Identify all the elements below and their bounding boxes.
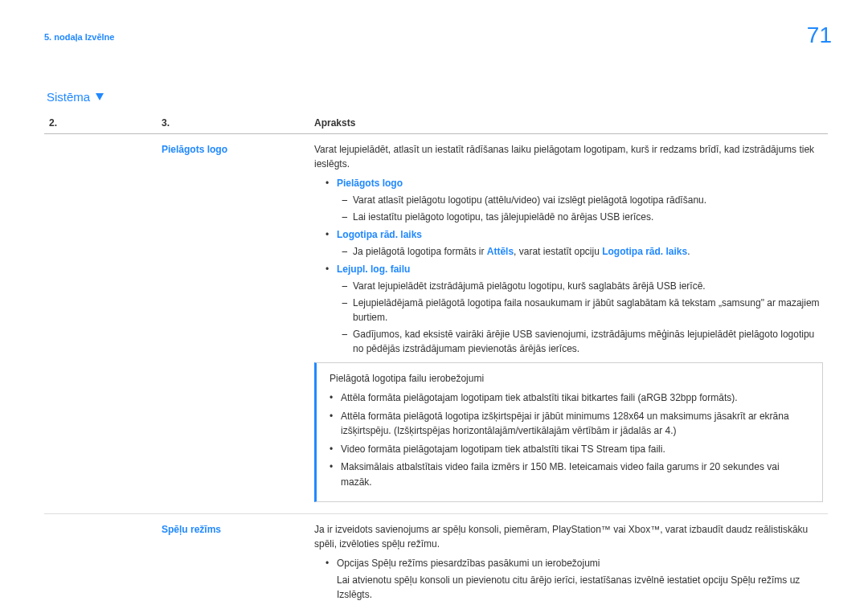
list-item: Maksimālais atbalstītais video faila izm… — [330, 460, 811, 489]
info-box-title: Pielāgotā logotipa failu ierobežojumi — [330, 371, 811, 386]
list-item: Varat atlasīt pielāgotu logotipu (attēlu… — [342, 193, 823, 207]
info-box: Pielāgotā logotipa failu ierobežojumi At… — [314, 362, 823, 502]
list-item: Opcijas Spēļu režīms piesardzības pasāku… — [322, 556, 823, 602]
section-title-text: Sistēma — [47, 90, 90, 104]
feature-name[interactable]: Spēļu režīms — [162, 524, 221, 535]
list-item: Lejupielādējamā pielāgotā logotipa faila… — [342, 296, 823, 325]
note-text: Lai atvienotu spēļu konsoli un pievienot… — [337, 573, 823, 602]
feature-intro: Varat lejupielādēt, atlasīt un iestatīt … — [314, 142, 823, 171]
list-item: Lejupl. log. failu Varat lejupielādēt iz… — [322, 262, 823, 356]
content-table: 2. 3. Apraksts Pielāgots logo Varat leju… — [44, 112, 828, 613]
list-item: Video formāta pielāgotajam logotipam tie… — [330, 442, 811, 457]
chapter-breadcrumb[interactable]: 5. nodaļa Izvēlne — [44, 32, 114, 42]
table-row: Spēļu režīms Ja ir izveidots savienojums… — [44, 513, 828, 613]
list-item: Gadījumos, kad eksistē vairāki ārējie US… — [342, 327, 823, 356]
table-header-col2: 3. — [157, 112, 309, 134]
table-row: Pielāgots logo Varat lejupielādēt, atlas… — [44, 134, 828, 514]
section-heading[interactable]: Sistēma — [47, 90, 104, 104]
list-item: Attēla formāta pielāgotajam logotipam ti… — [330, 390, 811, 406]
table-header-col1: 2. — [44, 112, 157, 134]
table-header-col3: Apraksts — [309, 112, 828, 134]
subhead-link[interactable]: Logotipa rād. laiks — [337, 229, 422, 240]
feature-name[interactable]: Pielāgots logo — [162, 144, 227, 155]
page-number: 71 — [807, 22, 832, 48]
inline-link[interactable]: Attēls — [487, 246, 514, 257]
list-item: Varat lejupielādēt izstrādājumā pielāgot… — [342, 279, 823, 293]
subhead-link[interactable]: Pielāgots logo — [337, 178, 403, 189]
list-item: Logotipa rād. laiks Ja pielāgotā logotip… — [322, 227, 823, 259]
inline-link[interactable]: Logotipa rād. laiks — [602, 246, 687, 257]
list-item: Attēla formāta pielāgotā logotipa izšķir… — [330, 409, 811, 439]
chevron-down-icon — [96, 93, 104, 100]
list-item: Ja pielāgotā logotipa formāts ir Attēls,… — [342, 244, 823, 259]
list-item: Lai iestatītu pielāgoto logotipu, tas jā… — [342, 210, 823, 224]
feature-intro: Ja ir izveidots savienojums ar spēļu kon… — [314, 522, 823, 551]
list-item: Pielāgots logo Varat atlasīt pielāgotu l… — [322, 176, 823, 224]
subhead-link[interactable]: Lejupl. log. failu — [337, 264, 410, 275]
